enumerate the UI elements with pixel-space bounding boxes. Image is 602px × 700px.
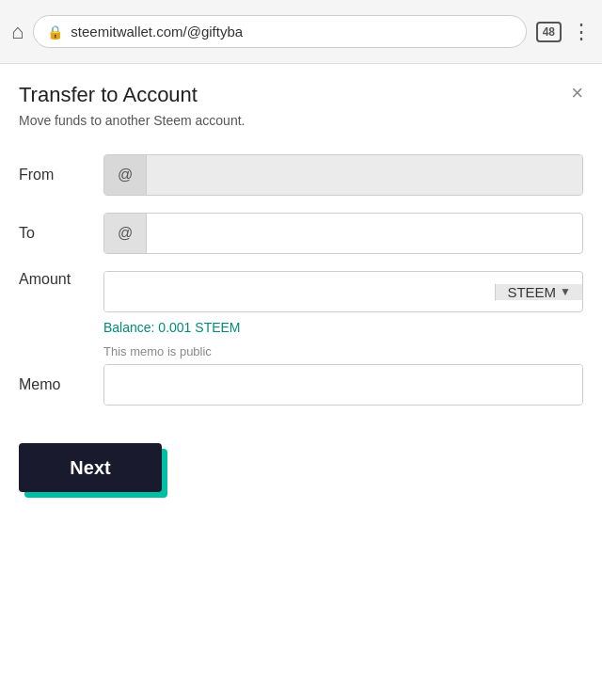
modal-title: Transfer to Account bbox=[19, 83, 198, 107]
memo-hint: This memo is public bbox=[103, 344, 583, 358]
browser-bar: ⌂ 🔒 steemitwallet.com/@giftyba 48 ⋮ bbox=[0, 0, 602, 64]
from-input-wrapper: @ bbox=[103, 154, 583, 196]
memo-row: Memo bbox=[19, 364, 583, 406]
amount-row: Amount STEEM ▼ bbox=[19, 271, 583, 312]
from-input[interactable] bbox=[147, 155, 582, 195]
next-button-container: Next bbox=[19, 443, 162, 492]
menu-icon[interactable]: ⋮ bbox=[571, 20, 591, 44]
to-label: To bbox=[19, 225, 103, 242]
home-icon[interactable]: ⌂ bbox=[11, 20, 24, 44]
balance-text: Balance: 0.001 STEEM bbox=[103, 320, 583, 335]
modal-header: Transfer to Account × bbox=[19, 83, 583, 107]
from-at-symbol: @ bbox=[104, 155, 147, 195]
currency-select-wrapper[interactable]: STEEM ▼ bbox=[495, 284, 582, 300]
amount-label: Amount bbox=[19, 271, 103, 288]
to-at-symbol: @ bbox=[104, 214, 147, 253]
lock-icon: 🔒 bbox=[47, 24, 63, 40]
next-button[interactable]: Next bbox=[19, 443, 162, 492]
to-input[interactable] bbox=[147, 214, 582, 253]
to-input-wrapper: @ bbox=[103, 213, 583, 254]
amount-input-wrapper: STEEM ▼ bbox=[103, 271, 583, 312]
from-label: From bbox=[19, 167, 103, 183]
memo-input[interactable] bbox=[104, 365, 582, 405]
currency-label: STEEM bbox=[507, 284, 556, 300]
close-button[interactable]: × bbox=[571, 83, 583, 103]
url-text: steemitwallet.com/@giftyba bbox=[71, 24, 512, 40]
memo-label: Memo bbox=[19, 376, 103, 393]
tab-count[interactable]: 48 bbox=[536, 22, 562, 42]
page-content: Transfer to Account × Move funds to anot… bbox=[0, 64, 602, 700]
chevron-down-icon: ▼ bbox=[560, 285, 571, 298]
memo-input-wrapper bbox=[103, 364, 583, 406]
from-row: From @ bbox=[19, 154, 583, 196]
address-bar[interactable]: 🔒 steemitwallet.com/@giftyba bbox=[33, 15, 526, 48]
modal-subtitle: Move funds to another Steem account. bbox=[19, 113, 583, 128]
to-row: To @ bbox=[19, 213, 583, 254]
amount-input[interactable] bbox=[104, 272, 495, 311]
